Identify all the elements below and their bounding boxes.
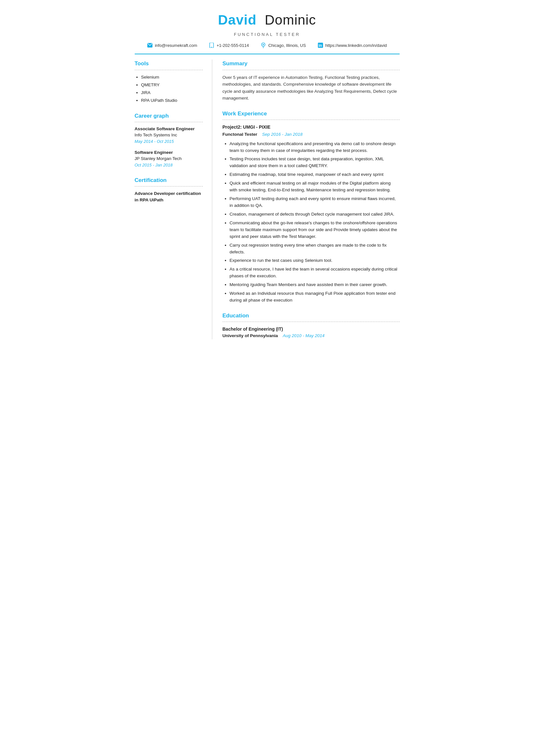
- job-bullets: Analyzing the functional specifications …: [222, 141, 400, 304]
- list-item: RPA UiPath Studio: [141, 97, 203, 104]
- edu-detail: University of Pennsylvania Aug 2010 - Ma…: [222, 333, 400, 339]
- tools-section-title: Tools: [135, 60, 203, 68]
- career-role-2: Software Engineer: [135, 149, 203, 156]
- email-text: info@resumekraft.com: [155, 42, 197, 49]
- job-role: Functonal Tester: [222, 132, 258, 137]
- career-section-title: Career graph: [135, 112, 203, 120]
- work-section-title: Work Experience: [222, 110, 400, 118]
- education-section-title: Education: [222, 311, 400, 320]
- phone-contact: +1-202-555-0114: [209, 42, 249, 49]
- resume-header: David Dominic FUNCTIONAL TESTER info@res…: [135, 10, 400, 54]
- job-date: Sep 2016 - Jan 2018: [262, 132, 302, 137]
- list-item: Carry out regression testing every time …: [230, 242, 400, 256]
- cert-text: Advance Developer certification in RPA U…: [135, 190, 203, 203]
- main-content: Summary Over 5 years of IT experience in…: [212, 60, 400, 339]
- location-text: Chicago, Illinois, US: [268, 42, 306, 49]
- list-item: Estimating the roadmap, total time requi…: [230, 171, 400, 178]
- work-divider: [222, 120, 400, 120]
- edu-university: University of Pennsylvania: [222, 333, 278, 338]
- list-item: Quick and efficient manual testing on al…: [230, 180, 400, 194]
- list-item: Creation, management of defects through …: [230, 211, 400, 218]
- last-name: Dominic: [265, 12, 316, 27]
- location-icon: [260, 42, 266, 48]
- candidate-name: David Dominic: [135, 10, 400, 30]
- email-contact: info@resumekraft.com: [147, 42, 197, 49]
- phone-text: +1-202-555-0114: [216, 42, 249, 49]
- email-icon: [147, 42, 153, 48]
- list-item: JIRA: [141, 90, 203, 96]
- tools-divider: [135, 70, 203, 70]
- career-item-1: Associate Software Engineer Info Tech Sy…: [135, 126, 203, 145]
- education-divider: [222, 322, 400, 322]
- list-item: Communicating about the go-live release'…: [230, 220, 400, 240]
- linkedin-text: https://www.linkedin.com/in/david: [325, 42, 387, 49]
- contact-bar: info@resumekraft.com +1-202-555-0114 Chi…: [135, 42, 400, 49]
- list-item: As a critical resource, I have led the t…: [230, 266, 400, 280]
- cert-section-title: Certification: [135, 176, 203, 185]
- main-layout: Tools Selenium QMETRY JIRA RPA UiPath St…: [135, 60, 400, 339]
- first-name: David: [218, 12, 257, 27]
- list-item: Worked as an Individual resource thus ma…: [230, 290, 400, 304]
- edu-date: Aug 2010 - May 2014: [283, 333, 324, 338]
- list-item: Testing Process includes test case desig…: [230, 156, 400, 169]
- list-item: QMETRY: [141, 82, 203, 88]
- career-item-2: Software Engineer JP Stanley Morgan Tech…: [135, 149, 203, 168]
- career-date-2: Oct 2015 - Jan 2018: [135, 162, 203, 168]
- summary-text: Over 5 years of IT experience in Automat…: [222, 74, 400, 102]
- list-item: Mentoring /guiding Team Members and have…: [230, 282, 400, 288]
- job-project: Project2: UMGI - PIXIE: [222, 124, 400, 131]
- svg-rect-2: [211, 47, 212, 47]
- tools-list: Selenium QMETRY JIRA RPA UiPath Studio: [135, 74, 203, 104]
- career-divider: [135, 122, 203, 122]
- summary-section-title: Summary: [222, 60, 400, 68]
- sidebar: Tools Selenium QMETRY JIRA RPA UiPath St…: [135, 60, 212, 339]
- job-entry-1: Project2: UMGI - PIXIE Functonal Tester …: [222, 124, 400, 304]
- career-role-1: Associate Software Engineer: [135, 126, 203, 132]
- list-item: Selenium: [141, 74, 203, 80]
- edu-degree: Bachelor of Engineering (IT): [222, 326, 400, 333]
- career-date-1: May 2014 - Oct 2015: [135, 138, 203, 145]
- list-item: Experience to run the test cases using S…: [230, 257, 400, 264]
- summary-divider: [222, 70, 400, 70]
- cert-divider: [135, 186, 203, 186]
- linkedin-contact: in https://www.linkedin.com/in/david: [318, 42, 387, 49]
- career-company-1: Info Tech Systems Inc: [135, 132, 203, 138]
- phone-icon: [209, 42, 215, 48]
- linkedin-icon: in: [318, 42, 323, 48]
- career-company-2: JP Stanley Morgan Tech: [135, 156, 203, 162]
- list-item: Analyzing the functional specifications …: [230, 141, 400, 154]
- location-contact: Chicago, Illinois, US: [260, 42, 306, 49]
- svg-text:in: in: [318, 43, 322, 48]
- list-item: Performing UAT testing during each and e…: [230, 196, 400, 209]
- job-role-date: Functonal Tester Sep 2016 - Jan 2018: [222, 131, 400, 138]
- candidate-title: FUNCTIONAL TESTER: [135, 31, 400, 38]
- edu-entry-1: Bachelor of Engineering (IT) University …: [222, 326, 400, 339]
- svg-point-4: [263, 44, 264, 45]
